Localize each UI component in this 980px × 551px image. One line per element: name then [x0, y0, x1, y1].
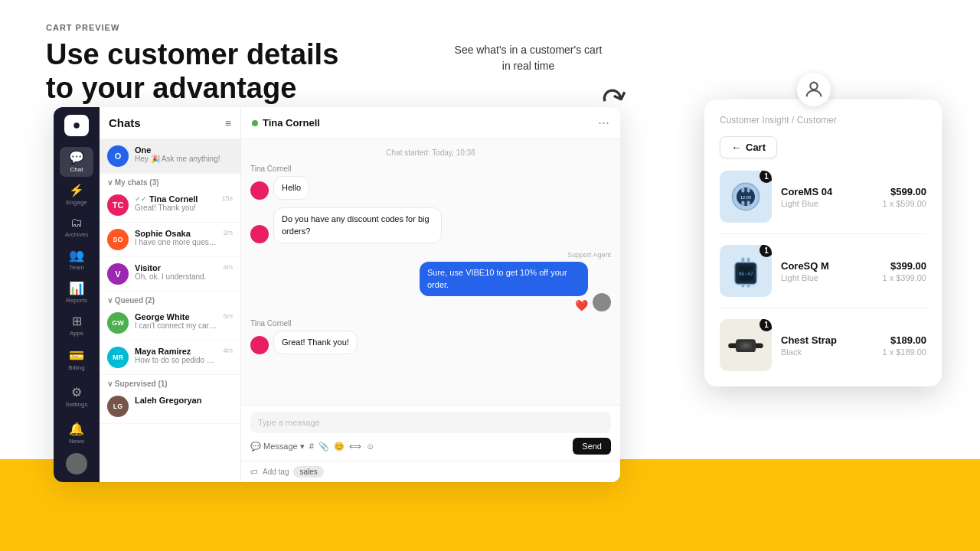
chat-time: 15s — [221, 194, 233, 202]
billing-icon: 💳 — [69, 348, 84, 363]
nav-logo — [64, 115, 89, 136]
message-group: Tina Cornell Great! Thank you! — [250, 319, 611, 354]
sidebar-nav: 💬 Chat ⚡ Engage 🗂 Archives 👥 Team 📊 Repo… — [54, 107, 100, 482]
svg-rect-14 — [747, 257, 750, 262]
message-input[interactable]: Type a message — [250, 412, 611, 433]
cart-item-variant: Black — [781, 347, 874, 357]
chat-preview: I can't connect my card... — [135, 321, 217, 330]
chat-item-george[interactable]: GW George White I can't connect my card.… — [100, 306, 240, 341]
chat-main: Tina Cornell ··· Chat started: Today, 10… — [241, 107, 620, 482]
chat-messages: Chat started: Today, 10:38 Tina Cornell … — [241, 139, 620, 405]
cart-item-corems04: 1 12:00 CoreMS 04 Light Blue $599.00 1 x… — [720, 171, 926, 223]
svg-point-0 — [810, 83, 817, 90]
team-icon: 👥 — [69, 248, 84, 262]
message-type-button[interactable]: 💬 Message ▾ — [250, 442, 305, 452]
apps-icon: ⊞ — [72, 314, 82, 328]
avatar: TC — [107, 194, 129, 216]
svg-rect-6 — [747, 187, 750, 192]
chat-input-area: Type a message 💬 Message ▾ # 📎 😊 ⟺ ☺ Sen… — [241, 405, 620, 461]
sidebar-item-archives[interactable]: 🗂 Archives — [60, 212, 93, 242]
emoji-button[interactable]: 😊 — [334, 442, 345, 452]
sidebar-item-engage[interactable]: ⚡ Engage — [60, 180, 93, 210]
svg-rect-16 — [747, 285, 750, 288]
avatar: GW — [107, 312, 129, 334]
svg-point-20 — [743, 344, 749, 347]
archives-icon: 🗂 — [70, 216, 83, 230]
chat-item-maya[interactable]: MR Maya Ramirez How to do so pedido en l… — [100, 341, 240, 375]
tag-sales[interactable]: sales — [293, 466, 323, 478]
cart-item-coresqm: 1 06:47 CoreSQ M Light Blue $399.00 1 x … — [720, 245, 926, 297]
sidebar-item-chat[interactable]: 💬 Chat — [60, 147, 93, 177]
chat-icon: 💬 — [69, 150, 84, 165]
chat-preview: Oh, ok. I understand. — [135, 272, 217, 281]
add-tag-label[interactable]: Add tag — [263, 468, 289, 476]
sidebar-item-apps[interactable]: ⊞ Apps — [60, 310, 93, 340]
chat-time: 4m — [223, 263, 233, 271]
hashtag-button[interactable]: # — [309, 442, 314, 451]
svg-text:06:47: 06:47 — [738, 271, 753, 277]
sidebar-item-news[interactable]: 🔔 News — [60, 416, 93, 450]
chat-name: George White — [135, 312, 217, 321]
message-row: Hello — [250, 176, 611, 200]
expand-button[interactable]: ⟺ — [349, 442, 361, 452]
support-label: Support Agent — [250, 251, 611, 259]
chat-time: 5m — [223, 312, 233, 320]
divider — [720, 233, 926, 234]
section-queued: ∨ Queued (2) — [100, 292, 240, 306]
message-row: Great! Thank you! — [250, 331, 611, 354]
svg-text:12:00: 12:00 — [740, 195, 751, 200]
chat-item-one[interactable]: O One Hey 🎉 Ask me anything! — [100, 139, 240, 174]
chat-item-laleh[interactable]: LG Laleh Gregoryan — [100, 390, 240, 424]
chat-item-visitor[interactable]: V Visitor Oh, ok. I understand. 4m — [100, 257, 240, 292]
chat-item-sophie[interactable]: SO Sophie Osaka I have one more question… — [100, 223, 240, 257]
cart-item-qty: 1 x $189.00 — [883, 347, 927, 357]
system-message: Chat started: Today, 10:38 — [250, 148, 611, 157]
sidebar-item-settings[interactable]: ⚙ Settings — [60, 380, 93, 413]
chat-toolbar: 💬 Message ▾ # 📎 😊 ⟺ ☺ Send — [250, 438, 611, 455]
chat-name: One — [135, 145, 233, 155]
send-button[interactable]: Send — [573, 438, 611, 455]
section-my-chats: ∨ My chats (3) — [100, 174, 240, 188]
attach-button[interactable]: 📎 — [318, 442, 329, 452]
chat-item-tina[interactable]: TC ✓✓ Tina Cornell Great! Thank you! 15s — [100, 188, 240, 223]
cart-back-button[interactable]: ← Cart — [720, 136, 777, 158]
sidebar-item-team[interactable]: 👥 Team — [60, 245, 93, 275]
chat-preview: How to do so pedido en la tiela... — [135, 356, 217, 364]
filter-icon[interactable]: ≡ — [225, 117, 231, 129]
cart-item-variant: Light Blue — [781, 199, 874, 208]
reports-icon: 📊 — [69, 281, 84, 295]
profile-icon — [797, 73, 831, 106]
chat-name: Tina Cornell — [149, 194, 198, 204]
chat-preview: Hey 🎉 Ask me anything! — [135, 155, 233, 163]
avatar: LG — [107, 396, 129, 417]
svg-point-2 — [74, 122, 80, 129]
cart-item-image: 1 12:00 — [720, 171, 772, 223]
sidebar-bottom: 💳 Billing ⚙ Settings 🔔 News — [60, 343, 93, 474]
avatar: SO — [107, 229, 129, 250]
online-indicator — [252, 120, 258, 126]
sidebar-item-billing[interactable]: 💳 Billing — [60, 343, 93, 377]
cart-breadcrumb: Customer Insight / Customer — [720, 115, 926, 126]
cart-item-price: $599.00 — [883, 186, 927, 197]
news-icon: 🔔 — [69, 422, 84, 436]
message-row: Sure, use VIBE10 to get 10% off your ord… — [250, 262, 611, 311]
avatar: MR — [107, 347, 129, 368]
cart-item-name: CoreSQ M — [781, 260, 874, 272]
cart-items: 1 12:00 CoreMS 04 Light Blue $599.00 1 x… — [720, 171, 926, 371]
chat-name: Laleh Gregoryan — [135, 396, 233, 405]
settings-icon: ⚙ — [71, 385, 82, 399]
message-group: Support Agent Sure, use VIBE10 to get 10… — [250, 251, 611, 311]
avatar[interactable] — [66, 453, 87, 474]
more-button[interactable]: ☺ — [366, 442, 374, 451]
chat-name: Visitor — [135, 263, 217, 272]
avatar — [250, 225, 269, 243]
cart-item-name: CoreMS 04 — [781, 186, 874, 197]
chat-time: 2m — [223, 229, 233, 236]
back-arrow-icon: ← — [731, 142, 741, 153]
cart-badge: 1 — [760, 319, 772, 331]
chat-time: 4m — [223, 347, 233, 354]
cart-badge: 1 — [760, 245, 772, 257]
avatar: O — [107, 145, 129, 167]
sidebar-item-reports[interactable]: 📊 Reports — [60, 278, 93, 308]
message-sender: Tina Cornell — [250, 165, 611, 173]
